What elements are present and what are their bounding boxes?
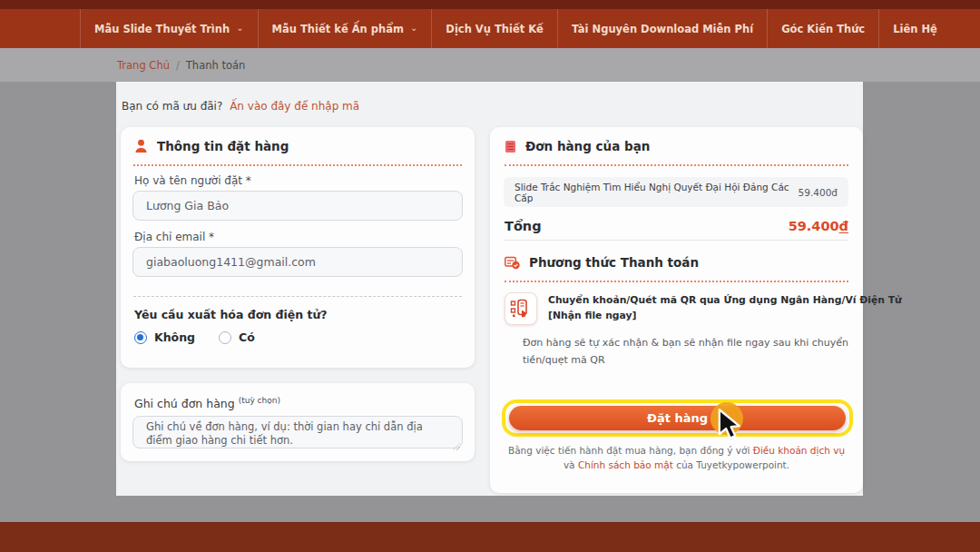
terms-prefix: Bằng việc tiến hành đặt mua hàng, bạn đồ…	[508, 445, 750, 456]
divider	[505, 240, 848, 241]
product-name: Slide Trắc Nghiệm Tìm Hiểu Nghị Quyết Đạ…	[514, 182, 799, 203]
checkout-page: Mẫu Slide Thuyết Trình ⌄ Mẫu Thiết kế Ấn…	[0, 0, 980, 552]
qr-phone-glyph	[510, 298, 532, 320]
nav-item-label: Mẫu Slide Thuyết Trình	[94, 23, 230, 35]
order-summary-title: Đơn hàng của bạn	[525, 139, 650, 153]
name-label: Họ và tên người đặt *	[134, 174, 251, 187]
product-row: Slide Trắc Nghiệm Tìm Hiểu Nghị Quyết Đạ…	[504, 177, 848, 207]
total-amount: 59.400	[789, 219, 839, 233]
nav-item-label: Mẫu Thiết kế Ấn phẩm	[272, 23, 404, 35]
dotted-divider	[505, 164, 848, 166]
qr-bank-icon	[505, 292, 537, 325]
breadcrumb-current: Thanh toán	[186, 59, 245, 72]
payment-title: Phương thức Thanh toán	[529, 255, 699, 270]
total-price: 59.400đ	[789, 219, 848, 233]
note-label-text: Ghi chú đơn hàng	[134, 397, 235, 410]
breadcrumb-separator: /	[176, 59, 180, 72]
payment-header: Phương thức Thanh toán	[505, 255, 699, 270]
total-currency: đ	[839, 219, 848, 233]
privacy-policy-link[interactable]: Chính sách bảo mật	[578, 459, 673, 470]
dotted-divider	[505, 281, 848, 282]
radio-label: Không	[154, 330, 195, 344]
payment-method-line1: Chuyển khoản/Quét mã QR qua Ứng dụng Ngâ…	[548, 292, 902, 308]
nav-item-print-designs[interactable]: Mẫu Thiết kế Ấn phẩm ⌄	[258, 9, 432, 48]
order-info-card: Thông tin đặt hàng Họ và tên người đặt *…	[121, 127, 475, 368]
nav-item-contact[interactable]: Liên Hệ	[878, 9, 951, 48]
total-label: Tổng	[505, 219, 542, 233]
payment-method-text: Chuyển khoản/Quét mã QR qua Ứng dụng Ngâ…	[548, 292, 902, 323]
dotted-divider	[133, 164, 462, 166]
main-navigation: Mẫu Slide Thuyết Trình ⌄ Mẫu Thiết kế Ấn…	[0, 9, 980, 48]
person-icon	[134, 139, 148, 153]
mouse-cursor-icon	[714, 408, 743, 442]
receipt-icon	[505, 140, 516, 153]
terms-middle: và	[564, 459, 575, 470]
note-label: Ghi chú đơn hàng (tuỳ chọn)	[134, 396, 280, 410]
checkout-content: Bạn có mã ưu đãi? Ấn vào đây để nhập mã …	[116, 82, 863, 496]
nav-item-knowledge[interactable]: Góc Kiến Thức	[767, 9, 878, 48]
payment-method-line2: [Nhận file ngay]	[548, 308, 902, 323]
order-note-textarea[interactable]	[132, 416, 463, 448]
radio-selected-icon	[134, 331, 147, 344]
radio-option-yes[interactable]: Có	[219, 330, 255, 344]
place-order-button[interactable]: Đặt hàng	[509, 406, 846, 430]
radio-unselected-icon	[219, 331, 231, 344]
order-summary-header: Đơn hàng của bạn	[505, 139, 650, 153]
nav-item-design-services[interactable]: Dịch Vụ Thiết Kế	[431, 9, 557, 48]
coupon-row: Bạn có mã ưu đãi? Ấn vào đây để nhập mã	[122, 100, 359, 113]
chevron-down-icon: ⌄	[236, 23, 243, 33]
payment-check-icon	[505, 256, 520, 270]
radio-label: Có	[239, 330, 255, 344]
terms-suffix: của Tuyetkypowerpoint.	[676, 459, 789, 470]
invoice-options: Không Có	[134, 330, 255, 344]
email-label: Địa chỉ email *	[134, 231, 214, 243]
coupon-enter-code-link[interactable]: Ấn vào đây để nhập mã	[230, 100, 359, 113]
payment-method-note: Đơn hàng sẽ tự xác nhận & bạn sẽ nhận fi…	[523, 334, 851, 369]
total-row: Tổng 59.400đ	[505, 215, 848, 237]
breadcrumb: Trang Chủ / Thanh toán	[0, 48, 980, 82]
nav-item-label: Góc Kiến Thức	[781, 23, 865, 35]
email-field[interactable]	[132, 247, 463, 277]
name-field[interactable]	[132, 191, 463, 221]
nav-item-free-downloads[interactable]: Tài Nguyên Download Miễn Phí	[557, 9, 767, 48]
nav-item-slide-templates[interactable]: Mẫu Slide Thuyết Trình ⌄	[80, 9, 258, 48]
product-price: 59.400đ	[799, 187, 838, 198]
order-info-title: Thông tin đặt hàng	[157, 139, 289, 153]
terms-of-service-link[interactable]: Điều khoản dịch vụ	[753, 445, 845, 456]
coupon-question: Bạn có mã ưu đãi?	[122, 100, 222, 113]
radio-option-no[interactable]: Không	[134, 330, 195, 344]
chevron-down-icon: ⌄	[410, 23, 417, 33]
order-info-header: Thông tin đặt hàng	[134, 139, 289, 153]
nav-item-label: Liên Hệ	[893, 23, 937, 35]
top-accent-bar	[0, 0, 980, 9]
footer-bar	[0, 522, 980, 552]
nav-item-label: Tài Nguyên Download Miễn Phí	[572, 23, 753, 35]
terms-text: Bằng việc tiến hành đặt mua hàng, bạn đồ…	[503, 443, 850, 472]
breadcrumb-home-link[interactable]: Trang Chủ	[117, 59, 170, 72]
invoice-question: Yêu cầu xuất hóa đơn điện tử?	[134, 308, 328, 321]
payment-method-option[interactable]: Chuyển khoản/Quét mã QR qua Ứng dụng Ngâ…	[505, 292, 902, 325]
order-note-card: Ghi chú đơn hàng (tuỳ chọn)	[121, 383, 475, 461]
dashed-divider	[133, 296, 462, 297]
order-summary-card: Đơn hàng của bạn Slide Trắc Nghiệm Tìm H…	[490, 127, 863, 493]
note-label-optional: (tuỳ chọn)	[239, 396, 280, 405]
nav-item-label: Dịch Vụ Thiết Kế	[446, 23, 544, 35]
